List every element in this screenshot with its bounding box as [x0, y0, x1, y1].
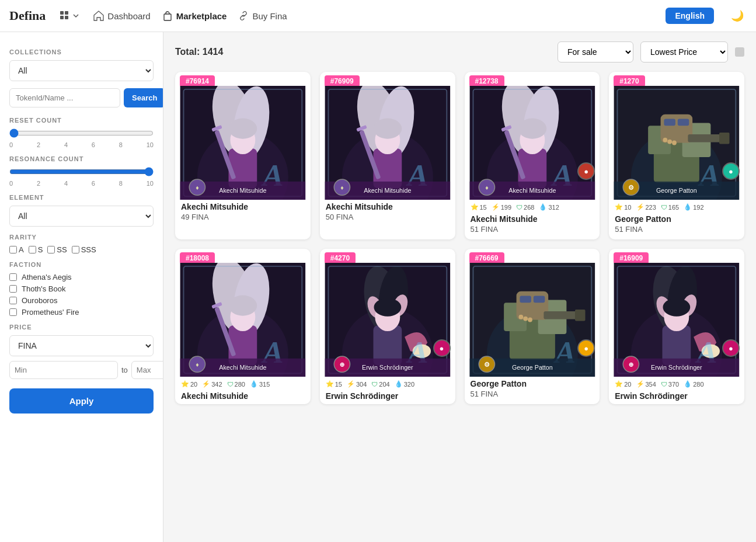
- card-price: 50 FINA: [320, 213, 455, 227]
- total-count: Total: 1414: [175, 47, 551, 57]
- faction-prometheus[interactable]: Prometheus' Fire: [9, 308, 154, 317]
- svg-rect-3: [65, 16, 68, 19]
- svg-point-92: [374, 298, 401, 316]
- svg-point-60: [663, 138, 668, 143]
- faction-athena[interactable]: Athena's Aegis: [9, 273, 154, 282]
- star-icon: ⭐: [326, 380, 334, 388]
- rarity-options: A S SS SSS: [9, 245, 154, 254]
- card-item[interactable]: #76669 A George Patton ⚙ ●: [465, 249, 600, 404]
- spd-icon: 💧: [684, 203, 692, 211]
- stat-star: 15: [335, 381, 342, 388]
- def-icon: 🛡: [227, 381, 234, 388]
- content-area: Total: 1414 For sale All Lowest Price Hi…: [163, 32, 756, 542]
- nav-dashboard[interactable]: Dashboard: [93, 11, 150, 21]
- rarity-sss[interactable]: SSS: [72, 245, 96, 254]
- card-item[interactable]: #16909 A Erwin Schrödinger ⊕: [609, 249, 744, 404]
- stat-star: 20: [624, 381, 631, 388]
- element-badge: ●: [433, 339, 451, 357]
- apply-button[interactable]: Apply: [9, 388, 154, 414]
- card-id-container: #1270: [609, 72, 744, 86]
- card-item[interactable]: #4270 A Erwin Schrödinger ⊕: [320, 249, 455, 404]
- reset-count-slider-container: 0 2 4 6 8 10: [9, 128, 154, 148]
- spd-icon: 💧: [539, 203, 547, 211]
- price-range-row: to: [9, 361, 154, 379]
- star-icon: ⭐: [471, 203, 479, 211]
- card-item[interactable]: #76909 A Akechi Mitsuhide ♦: [320, 72, 455, 239]
- sort-select[interactable]: Lowest Price Highest Price Newest Oldest: [640, 41, 728, 62]
- card-id-container: #76909: [320, 72, 455, 86]
- card-id-container: #76914: [175, 72, 311, 86]
- logo[interactable]: Defina: [9, 8, 46, 23]
- sale-filter-select[interactable]: For sale All: [558, 41, 633, 62]
- card-item[interactable]: #1270 A George Patton ⚙ ●: [609, 72, 744, 239]
- card-image: A Akechi Mitsuhide ♦: [320, 86, 455, 200]
- stat-atk: 223: [646, 204, 656, 211]
- card-item[interactable]: #76914 A Akechi Mitsuhide ♦: [175, 72, 311, 239]
- faction-ouroboros-checkbox[interactable]: [9, 297, 17, 304]
- element-select[interactable]: All: [9, 206, 154, 227]
- search-input[interactable]: [9, 88, 120, 107]
- nav-marketplace[interactable]: Marketplace: [162, 11, 227, 21]
- svg-text:♦: ♦: [196, 361, 199, 368]
- rarity-s[interactable]: S: [29, 245, 43, 254]
- card-image: A Akechi Mitsuhide ♦: [175, 263, 311, 377]
- svg-point-75: [229, 296, 257, 316]
- price-title: PRICE: [9, 324, 154, 331]
- price-currency-select[interactable]: FINA: [9, 335, 154, 356]
- svg-text:♦: ♦: [196, 184, 199, 191]
- def-icon: 🛡: [516, 204, 522, 211]
- card-image: A George Patton ⚙ ●: [609, 86, 744, 200]
- rarity-sss-checkbox[interactable]: [72, 246, 79, 253]
- nav-buy-fina[interactable]: Buy Fina: [238, 11, 287, 21]
- collections-section-title: COLLECTIONS: [9, 48, 154, 55]
- svg-text:⊕: ⊕: [629, 361, 634, 368]
- search-button[interactable]: Search: [124, 88, 163, 107]
- atk-icon: ⚡: [492, 203, 500, 211]
- stat-spd: 312: [548, 204, 559, 211]
- faction-athena-checkbox[interactable]: [9, 273, 17, 281]
- rarity-ss[interactable]: SS: [47, 245, 67, 254]
- card-id-badge: #76669: [469, 252, 504, 264]
- card-image: A Erwin Schrödinger ⊕ ●: [320, 263, 455, 377]
- stat-def: 370: [668, 381, 679, 388]
- header: Defina Dashboard Marketplace: [0, 0, 756, 32]
- rarity-a-checkbox[interactable]: [9, 246, 17, 253]
- resonance-count-slider[interactable]: [9, 167, 154, 176]
- resonance-count-slider-container: 0 2 4 6 8 10: [9, 167, 154, 187]
- stat-star: 10: [624, 204, 631, 211]
- card-id-badge: #4270: [325, 252, 356, 264]
- atk-icon: ⚡: [202, 380, 210, 388]
- svg-point-113: [528, 318, 532, 322]
- card-name: Akechi Mitsuhide: [175, 200, 311, 213]
- search-row: Search: [9, 88, 154, 107]
- rarity-a[interactable]: A: [9, 245, 24, 254]
- card-name: George Patton: [465, 377, 600, 390]
- faction-thoth[interactable]: Thoth's Book: [9, 284, 154, 293]
- card-id-badge: #12738: [469, 75, 504, 87]
- price-min-input[interactable]: [9, 361, 118, 379]
- svg-text:♦: ♦: [340, 184, 344, 191]
- card-grid: #76914 A Akechi Mitsuhide ♦: [175, 72, 744, 404]
- stat-star: 20: [190, 381, 197, 388]
- card-image: A Erwin Schrödinger ⊕ ●: [609, 263, 744, 377]
- grid-view-toggle[interactable]: [60, 11, 79, 21]
- language-button[interactable]: English: [666, 8, 714, 24]
- faction-thoth-checkbox[interactable]: [9, 285, 17, 293]
- atk-icon: ⚡: [636, 203, 644, 211]
- reset-count-labels: 0 2 4 6 8 10: [9, 141, 154, 148]
- price-max-input[interactable]: [131, 361, 163, 379]
- card-item[interactable]: #12738 A Akechi Mitsuhide ♦ ●: [465, 72, 600, 239]
- scroll-indicator[interactable]: [735, 47, 744, 57]
- dark-mode-toggle[interactable]: 🌙: [728, 6, 747, 25]
- rarity-ss-checkbox[interactable]: [47, 246, 55, 253]
- rarity-s-checkbox[interactable]: [29, 246, 36, 253]
- card-item[interactable]: #18008 A Akechi Mitsuhide ♦: [175, 249, 311, 404]
- faction-prometheus-checkbox[interactable]: [9, 308, 17, 316]
- collections-select[interactable]: All: [9, 60, 154, 81]
- card-name: Akechi Mitsuhide: [320, 200, 455, 213]
- faction-ouroboros[interactable]: Ouroboros: [9, 296, 154, 305]
- card-price: 51 FINA: [465, 225, 600, 239]
- stat-def: 280: [235, 381, 245, 388]
- svg-point-41: [518, 119, 546, 139]
- reset-count-slider[interactable]: [9, 128, 154, 138]
